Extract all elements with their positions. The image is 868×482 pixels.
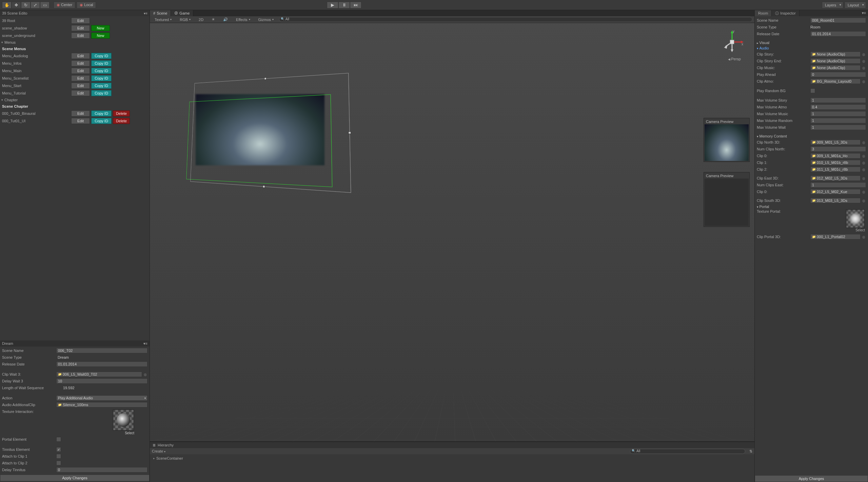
copy-id-button[interactable]: Copy ID xyxy=(91,75,112,81)
edit-button[interactable]: Edit xyxy=(71,83,90,89)
new-button[interactable]: New xyxy=(91,25,110,31)
object-picker-icon[interactable]: ◎ xyxy=(861,198,866,203)
layout-dropdown[interactable]: Layout xyxy=(845,2,866,8)
pivot-center-button[interactable]: ◉ Center xyxy=(54,2,75,8)
max-vol-story-field[interactable]: 1 xyxy=(810,98,866,103)
attach-clip2-checkbox[interactable] xyxy=(56,461,61,465)
apply-changes-button[interactable]: Apply Changes xyxy=(0,475,150,481)
object-picker-icon[interactable]: ◎ xyxy=(861,51,866,57)
object-picker-icon[interactable]: ◎ xyxy=(861,167,866,172)
effects-dropdown[interactable]: Effects ▾ xyxy=(233,18,253,22)
rect-tool-icon[interactable]: ▭ xyxy=(40,2,50,8)
tinnitus-element-checkbox[interactable]: ✓ xyxy=(56,447,61,452)
texture-portal-thumbnail[interactable]: Select xyxy=(846,209,865,228)
tab-scene[interactable]: #Scene xyxy=(150,10,171,16)
object-picker-icon[interactable]: ◎ xyxy=(143,372,147,377)
object-picker-icon[interactable]: ◎ xyxy=(861,189,866,194)
clip-story-end-field[interactable]: None (AudioClip) xyxy=(810,58,861,64)
scene-name-field[interactable]: 008_Room01 xyxy=(810,18,866,23)
east-clip0-field[interactable]: 012_L5_M02_Kue xyxy=(810,189,861,194)
scene-search-input[interactable]: All xyxy=(279,17,752,22)
edit-button[interactable]: Edit xyxy=(71,25,90,31)
copy-id-button[interactable]: Copy ID xyxy=(91,68,112,74)
edit-button[interactable]: Edit xyxy=(71,90,90,96)
apply-changes-button[interactable]: Apply Changes xyxy=(755,475,868,482)
clip-music-field[interactable]: None (AudioClip) xyxy=(810,65,861,70)
play-button[interactable]: ▶ xyxy=(327,2,338,8)
hand-tool-icon[interactable]: ✋ xyxy=(2,2,12,8)
copy-id-button[interactable]: Copy ID xyxy=(91,60,112,66)
edit-button[interactable]: Edit xyxy=(71,75,90,81)
edit-button[interactable]: Edit xyxy=(71,18,90,24)
projection-label[interactable]: Persp xyxy=(728,57,741,61)
select-button[interactable]: Select xyxy=(855,228,865,232)
menus-foldout[interactable]: Menus xyxy=(0,39,150,45)
rotate-tool-icon[interactable]: ↻ xyxy=(21,2,31,8)
edit-button[interactable]: Edit xyxy=(71,110,90,117)
clip-north-3d-field[interactable]: 009_M01_L5_3Ds xyxy=(810,140,861,145)
attach-clip1-checkbox[interactable] xyxy=(56,454,61,459)
shading-dropdown[interactable]: Textured ▾ xyxy=(152,18,174,22)
panel-menu-icon[interactable]: ▾≡ xyxy=(144,12,147,15)
orientation-gizmo[interactable]: y x xyxy=(720,30,744,54)
gizmos-dropdown[interactable]: Gizmos ▾ xyxy=(256,18,276,22)
copy-id-button[interactable]: Copy ID xyxy=(91,53,112,59)
pause-button[interactable]: ⏸ xyxy=(338,2,350,8)
tab-game[interactable]: ⦿Game xyxy=(171,10,193,16)
texture-thumbnail[interactable]: Select xyxy=(113,410,134,431)
action-dropdown[interactable]: Play Additional Audio xyxy=(56,395,147,401)
panel-menu-icon[interactable]: ▾≡ xyxy=(860,10,868,16)
hierarchy-item-scenecontainer[interactable]: SceneContainer xyxy=(153,456,752,461)
max-vol-music-field[interactable]: 1 xyxy=(810,111,866,117)
object-picker-icon[interactable]: ◎ xyxy=(861,65,866,70)
lighting-toggle-icon[interactable]: ☀ xyxy=(209,17,218,22)
copy-id-button[interactable]: Copy ID xyxy=(91,118,112,124)
memory-content-foldout[interactable]: Memory Content xyxy=(755,133,868,139)
hierarchy-search-input[interactable]: All xyxy=(630,449,745,454)
clip-story-field[interactable]: None (AudioClip) xyxy=(810,51,861,57)
2d-toggle[interactable]: 2D xyxy=(196,18,206,22)
object-picker-icon[interactable]: ◎ xyxy=(861,153,866,159)
object-picker-icon[interactable]: ◎ xyxy=(861,160,866,165)
edit-button[interactable]: Edit xyxy=(71,60,90,66)
hierarchy-options-icon[interactable]: ⇅ xyxy=(749,449,752,454)
max-vol-atmo-field[interactable]: 0.4 xyxy=(810,104,866,110)
copy-id-button[interactable]: Copy ID xyxy=(91,83,112,89)
move-tool-icon[interactable]: ✥ xyxy=(12,2,21,8)
tab-room[interactable]: Room xyxy=(755,10,772,16)
scene-editor-tab[interactable]: 39 Scene Edito ▾≡ xyxy=(0,10,150,16)
delete-button[interactable]: Delete xyxy=(113,110,130,117)
edit-button[interactable]: Edit xyxy=(71,118,90,124)
clip-east-3d-field[interactable]: 012_M02_L5_3Ds xyxy=(810,175,861,181)
step-button[interactable]: ⏭ xyxy=(350,2,361,8)
scene-name-field[interactable]: 006_T02 xyxy=(56,348,147,353)
delay-wait3-field[interactable]: 10 xyxy=(56,378,147,384)
chapter-foldout[interactable]: Chapter xyxy=(0,97,150,103)
num-clips-north-field[interactable]: 3 xyxy=(810,146,866,152)
tab-inspector[interactable]: ⓘInspector xyxy=(772,10,799,16)
portal-foldout[interactable]: Portal xyxy=(755,204,868,209)
scale-tool-icon[interactable]: ⤢ xyxy=(31,2,40,8)
max-vol-wait-field[interactable]: 1 xyxy=(810,125,866,130)
object-picker-icon[interactable]: ◎ xyxy=(861,140,866,145)
render-mode-dropdown[interactable]: RGB ▾ xyxy=(177,18,193,22)
play-random-bg-checkbox[interactable] xyxy=(810,88,815,93)
copy-id-button[interactable]: Copy ID xyxy=(91,90,112,96)
clip-wait3-field[interactable]: 006_L5_Wait03_T02 xyxy=(56,372,142,377)
new-button[interactable]: New xyxy=(91,33,110,39)
play-ahead-field[interactable]: 0 xyxy=(810,72,866,77)
scene-viewport[interactable]: y x Persp Camera Preview Camera Preview xyxy=(150,23,754,441)
audio-toggle-icon[interactable]: 🔊 xyxy=(220,17,231,22)
create-dropdown[interactable]: Create ▾ xyxy=(152,449,165,453)
layers-dropdown[interactable]: Layers xyxy=(822,2,843,8)
copy-id-button[interactable]: Copy ID xyxy=(91,110,112,117)
coord-local-button[interactable]: ◉ Local xyxy=(77,2,96,8)
hierarchy-tab[interactable]: ≣Hierarchy xyxy=(150,442,754,448)
edit-button[interactable]: Edit xyxy=(71,68,90,74)
audio-foldout[interactable]: Audio xyxy=(755,45,868,51)
visual-foldout[interactable]: Visual xyxy=(755,40,868,45)
clip0-field[interactable]: 009_L5_M01a_Ho xyxy=(810,153,861,159)
object-picker-icon[interactable]: ◎ xyxy=(861,79,866,84)
release-date-field[interactable]: 01.01.2014 xyxy=(56,361,147,367)
panel-menu-icon[interactable]: ▾≡ xyxy=(143,341,147,346)
